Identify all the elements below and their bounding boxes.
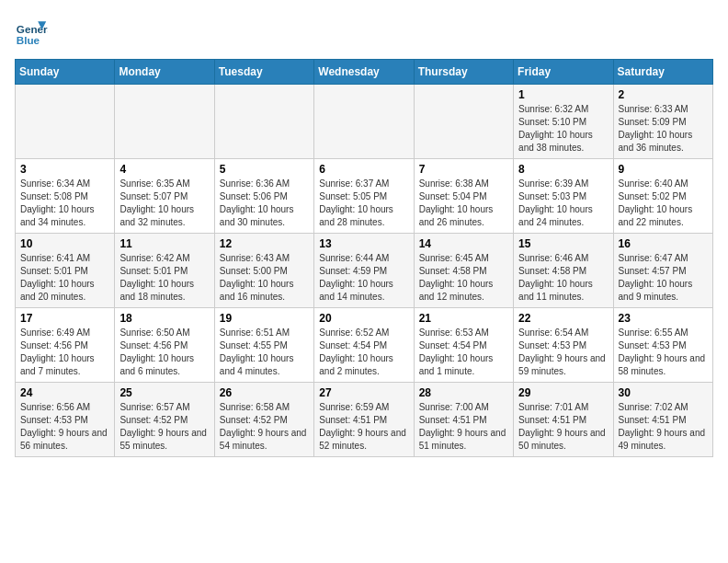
calendar-cell: 3Sunrise: 6:34 AM Sunset: 5:08 PM Daylig…	[16, 159, 115, 234]
calendar-body: 1Sunrise: 6:32 AM Sunset: 5:10 PM Daylig…	[16, 85, 713, 457]
calendar-week-row: 24Sunrise: 6:56 AM Sunset: 4:53 PM Dayli…	[16, 383, 713, 457]
day-header: Monday	[115, 60, 214, 85]
calendar-cell: 10Sunrise: 6:41 AM Sunset: 5:01 PM Dayli…	[16, 234, 115, 308]
day-number: 27	[319, 386, 408, 399]
day-detail: Sunrise: 6:57 AM Sunset: 4:52 PM Dayligh…	[119, 401, 209, 453]
calendar-cell: 8Sunrise: 6:39 AM Sunset: 5:03 PM Daylig…	[514, 159, 613, 234]
day-number: 6	[319, 163, 408, 176]
calendar-cell: 2Sunrise: 6:33 AM Sunset: 5:09 PM Daylig…	[613, 85, 712, 159]
day-number: 26	[220, 386, 309, 399]
day-header: Sunday	[16, 60, 115, 85]
calendar-cell: 24Sunrise: 6:56 AM Sunset: 4:53 PM Dayli…	[16, 383, 115, 457]
day-number: 11	[119, 237, 209, 250]
calendar-cell: 25Sunrise: 6:57 AM Sunset: 4:52 PM Dayli…	[115, 383, 214, 457]
day-detail: Sunrise: 6:56 AM Sunset: 4:53 PM Dayligh…	[20, 401, 109, 453]
day-number: 14	[419, 237, 508, 250]
calendar-cell: 1Sunrise: 6:32 AM Sunset: 5:10 PM Daylig…	[514, 85, 613, 159]
day-detail: Sunrise: 6:35 AM Sunset: 5:07 PM Dayligh…	[119, 178, 209, 229]
day-number: 23	[619, 312, 708, 325]
day-number: 12	[220, 237, 309, 250]
calendar-cell: 19Sunrise: 6:51 AM Sunset: 4:55 PM Dayli…	[214, 308, 313, 383]
day-detail: Sunrise: 6:42 AM Sunset: 5:01 PM Dayligh…	[119, 252, 209, 304]
calendar-cell: 14Sunrise: 6:45 AM Sunset: 4:58 PM Dayli…	[414, 234, 513, 308]
day-detail: Sunrise: 6:59 AM Sunset: 4:51 PM Dayligh…	[319, 401, 408, 453]
logo: General Blue	[15, 15, 48, 48]
calendar-cell: 13Sunrise: 6:44 AM Sunset: 4:59 PM Dayli…	[314, 234, 414, 308]
day-number: 13	[319, 237, 408, 250]
day-number: 2	[619, 88, 708, 101]
day-number: 28	[419, 386, 508, 399]
day-number: 20	[319, 312, 408, 325]
day-detail: Sunrise: 7:01 AM Sunset: 4:51 PM Dayligh…	[518, 401, 608, 453]
calendar-cell: 22Sunrise: 6:54 AM Sunset: 4:53 PM Dayli…	[514, 308, 613, 383]
calendar-cell: 28Sunrise: 7:00 AM Sunset: 4:51 PM Dayli…	[414, 383, 513, 457]
calendar-cell: 12Sunrise: 6:43 AM Sunset: 5:00 PM Dayli…	[214, 234, 313, 308]
day-header: Wednesday	[314, 60, 414, 85]
calendar-cell	[16, 85, 115, 159]
day-number: 7	[419, 163, 508, 176]
calendar-week-row: 1Sunrise: 6:32 AM Sunset: 5:10 PM Daylig…	[16, 85, 713, 159]
calendar-cell: 21Sunrise: 6:53 AM Sunset: 4:54 PM Dayli…	[414, 308, 513, 383]
calendar-cell: 26Sunrise: 6:58 AM Sunset: 4:52 PM Dayli…	[214, 383, 313, 457]
calendar-cell: 6Sunrise: 6:37 AM Sunset: 5:05 PM Daylig…	[314, 159, 414, 234]
day-number: 4	[119, 163, 209, 176]
calendar-week-row: 10Sunrise: 6:41 AM Sunset: 5:01 PM Dayli…	[16, 234, 713, 308]
day-number: 3	[20, 163, 109, 176]
day-number: 10	[20, 237, 109, 250]
calendar-cell: 11Sunrise: 6:42 AM Sunset: 5:01 PM Dayli…	[115, 234, 214, 308]
day-number: 16	[619, 237, 708, 250]
day-detail: Sunrise: 6:49 AM Sunset: 4:56 PM Dayligh…	[20, 327, 109, 378]
calendar-week-row: 17Sunrise: 6:49 AM Sunset: 4:56 PM Dayli…	[16, 308, 713, 383]
svg-text:Blue: Blue	[17, 34, 40, 46]
calendar-cell: 18Sunrise: 6:50 AM Sunset: 4:56 PM Dayli…	[115, 308, 214, 383]
day-number: 8	[518, 163, 608, 176]
calendar-cell	[314, 85, 414, 159]
day-header: Saturday	[613, 60, 712, 85]
day-header: Thursday	[414, 60, 513, 85]
calendar-week-row: 3Sunrise: 6:34 AM Sunset: 5:08 PM Daylig…	[16, 159, 713, 234]
day-detail: Sunrise: 6:55 AM Sunset: 4:53 PM Dayligh…	[619, 327, 708, 378]
day-detail: Sunrise: 6:47 AM Sunset: 4:57 PM Dayligh…	[619, 252, 708, 304]
day-detail: Sunrise: 6:37 AM Sunset: 5:05 PM Dayligh…	[319, 178, 408, 229]
calendar-cell: 27Sunrise: 6:59 AM Sunset: 4:51 PM Dayli…	[314, 383, 414, 457]
calendar-cell: 16Sunrise: 6:47 AM Sunset: 4:57 PM Dayli…	[613, 234, 712, 308]
day-number: 18	[119, 312, 209, 325]
day-detail: Sunrise: 6:44 AM Sunset: 4:59 PM Dayligh…	[319, 252, 408, 304]
day-detail: Sunrise: 6:58 AM Sunset: 4:52 PM Dayligh…	[220, 401, 309, 453]
calendar-cell	[214, 85, 313, 159]
day-detail: Sunrise: 6:45 AM Sunset: 4:58 PM Dayligh…	[419, 252, 508, 304]
day-number: 5	[220, 163, 309, 176]
day-number: 19	[220, 312, 309, 325]
header: General Blue	[15, 15, 713, 48]
day-detail: Sunrise: 6:43 AM Sunset: 5:00 PM Dayligh…	[220, 252, 309, 304]
day-detail: Sunrise: 6:51 AM Sunset: 4:55 PM Dayligh…	[220, 327, 309, 378]
day-detail: Sunrise: 6:53 AM Sunset: 4:54 PM Dayligh…	[419, 327, 508, 378]
day-detail: Sunrise: 6:40 AM Sunset: 5:02 PM Dayligh…	[619, 178, 708, 229]
calendar-cell: 9Sunrise: 6:40 AM Sunset: 5:02 PM Daylig…	[613, 159, 712, 234]
day-number: 15	[518, 237, 608, 250]
calendar-table: SundayMondayTuesdayWednesdayThursdayFrid…	[15, 59, 713, 457]
day-number: 25	[119, 386, 209, 399]
calendar-cell: 15Sunrise: 6:46 AM Sunset: 4:58 PM Dayli…	[514, 234, 613, 308]
day-detail: Sunrise: 6:39 AM Sunset: 5:03 PM Dayligh…	[518, 178, 608, 229]
day-detail: Sunrise: 6:32 AM Sunset: 5:10 PM Dayligh…	[518, 103, 608, 155]
calendar-cell: 29Sunrise: 7:01 AM Sunset: 4:51 PM Dayli…	[514, 383, 613, 457]
day-number: 29	[518, 386, 608, 399]
calendar-cell	[115, 85, 214, 159]
calendar-cell: 17Sunrise: 6:49 AM Sunset: 4:56 PM Dayli…	[16, 308, 115, 383]
logo-icon: General Blue	[15, 15, 48, 48]
calendar-cell: 20Sunrise: 6:52 AM Sunset: 4:54 PM Dayli…	[314, 308, 414, 383]
day-detail: Sunrise: 6:38 AM Sunset: 5:04 PM Dayligh…	[419, 178, 508, 229]
day-detail: Sunrise: 7:02 AM Sunset: 4:51 PM Dayligh…	[619, 401, 708, 453]
day-number: 24	[20, 386, 109, 399]
day-number: 9	[619, 163, 708, 176]
day-detail: Sunrise: 6:36 AM Sunset: 5:06 PM Dayligh…	[220, 178, 309, 229]
day-header: Friday	[514, 60, 613, 85]
day-header: Tuesday	[214, 60, 313, 85]
day-detail: Sunrise: 6:34 AM Sunset: 5:08 PM Dayligh…	[20, 178, 109, 229]
day-detail: Sunrise: 6:41 AM Sunset: 5:01 PM Dayligh…	[20, 252, 109, 304]
calendar-cell: 5Sunrise: 6:36 AM Sunset: 5:06 PM Daylig…	[214, 159, 313, 234]
day-detail: Sunrise: 6:54 AM Sunset: 4:53 PM Dayligh…	[518, 327, 608, 378]
day-number: 30	[619, 386, 708, 399]
day-number: 17	[20, 312, 109, 325]
